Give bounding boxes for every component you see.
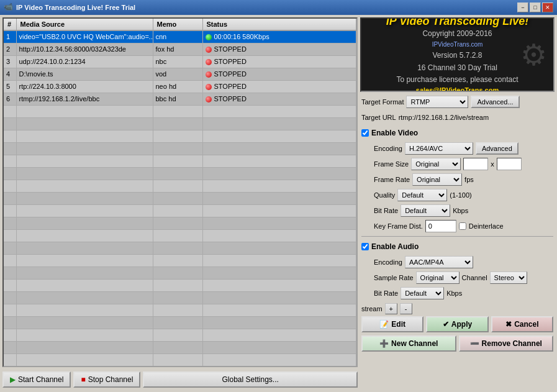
bottom-bar: ▶ Start Channel ■ Stop Channel Global Se… [2, 370, 358, 390]
audio-encoding-select[interactable]: AAC/MP4A [405, 256, 473, 268]
row-source: udp://224.10.0.2:1234 [16, 55, 153, 68]
logo-email: sales@IPVideoTrans.com [416, 86, 499, 92]
table-row-empty [4, 242, 356, 254]
enable-video-label[interactable]: Enable Video [361, 129, 418, 137]
row-num: 5 [4, 80, 16, 93]
stop-icon: ■ [81, 375, 85, 384]
deinterlace-label: Deinterlace [469, 222, 504, 230]
encoding-advanced-button[interactable]: Advanced [476, 142, 519, 155]
table-row-empty [4, 316, 356, 329]
row-status: STOPPED [202, 43, 356, 55]
stop-channel-button[interactable]: ■ Stop Channel [73, 371, 140, 388]
frame-rate-label: Frame Rate [374, 176, 410, 183]
audio-bitrate-label: Bit Rate [374, 289, 398, 297]
audio-bitrate-select[interactable]: Default [401, 287, 444, 299]
channel-table-container: # Media Source Memo Status 1video="USB2.… [2, 17, 358, 367]
table-row-empty [4, 217, 356, 229]
frame-height-input[interactable] [497, 158, 522, 170]
row-num: 3 [4, 55, 16, 68]
table-row-empty [4, 192, 356, 204]
row-memo: vod [153, 68, 202, 80]
frame-width-input[interactable] [463, 158, 488, 170]
table-row-empty [4, 229, 356, 242]
new-channel-button[interactable]: ➕ New Channel [361, 335, 456, 352]
video-encoding-select[interactable]: H.264/AVC [405, 142, 473, 155]
sample-rate-label: Sample Rate [374, 274, 414, 281]
col-memo: Memo [153, 19, 202, 30]
target-format-select[interactable]: RTMP [406, 96, 468, 108]
close-button[interactable]: ✕ [542, 2, 553, 12]
table-row-empty [4, 329, 356, 341]
row-status: STOPPED [202, 80, 356, 93]
apply-button[interactable]: ✔ Apply [426, 316, 488, 332]
global-settings-button[interactable]: Global Settings... [143, 371, 358, 388]
row-source: rtp://224.10.3:8000 [16, 80, 153, 93]
target-url-label: Target URL [361, 114, 396, 121]
table-row-empty [4, 291, 356, 304]
table-row-empty [4, 180, 356, 192]
logo-title: IP Video Transcoding Live! [386, 17, 528, 28]
audio-bitrate-row: Bit Rate Default Kbps [361, 286, 553, 300]
format-advanced-button[interactable]: Advanced... [471, 96, 519, 108]
row-memo: fox hd [153, 43, 202, 55]
audio-encoding-label: Encoding [374, 258, 402, 266]
stream-remove-button[interactable]: - [400, 303, 412, 314]
enable-audio-checkbox[interactable] [361, 243, 369, 250]
status-dot-icon [206, 84, 212, 90]
channel-select[interactable]: Stereo [490, 271, 527, 284]
table-row[interactable]: 6rtmp://192.168.1.2/live/bbcbbc hdSTOPPE… [4, 93, 356, 105]
window-title: IP Video Transcoding Live! Free Trial [16, 4, 517, 11]
enable-video-row: Enable Video [361, 126, 553, 140]
table-row[interactable]: 3udp://224.10.0.2:1234nbcSTOPPED [4, 55, 356, 68]
left-panel: # Media Source Memo Status 1video="USB2.… [2, 17, 358, 390]
bitrate-label: Bit Rate [374, 207, 398, 214]
edit-button[interactable]: 📝 Edit [361, 316, 423, 332]
status-dot-icon [206, 59, 212, 65]
minimize-button[interactable]: − [517, 2, 528, 12]
cancel-button[interactable]: ✖ Cancel [491, 316, 553, 332]
status-dot-icon [206, 47, 212, 53]
row-status: STOPPED [202, 55, 356, 68]
deinterlace-checkbox[interactable] [459, 222, 466, 230]
quality-range-label: (1-100) [450, 191, 471, 199]
row-memo: cnn [153, 30, 202, 43]
table-row-empty [4, 155, 356, 167]
status-dot-icon [206, 34, 212, 40]
sample-rate-select[interactable]: Original [416, 271, 460, 284]
frame-size-select[interactable]: Original [411, 158, 461, 170]
quality-select[interactable]: Default [397, 189, 447, 201]
table-row[interactable]: 5rtp://224.10.3:8000neo hdSTOPPED [4, 80, 356, 93]
target-url-value: rtmp://192.168.1.2/live/stream [399, 114, 489, 121]
start-channel-button[interactable]: ▶ Start Channel [2, 371, 71, 388]
table-row-empty [4, 130, 356, 142]
keyframe-input[interactable] [425, 220, 456, 232]
enable-video-checkbox[interactable] [361, 129, 369, 137]
table-row[interactable]: 4D:\movie.tsvodSTOPPED [4, 68, 356, 80]
stream-add-button[interactable]: + [385, 303, 397, 314]
remove-channel-button[interactable]: ➖ Remove Channel [459, 335, 554, 352]
table-row-empty [4, 366, 356, 367]
table-row-empty [4, 353, 356, 366]
status-dot-icon [206, 71, 212, 78]
table-row-empty [4, 105, 356, 117]
row-memo: bbc hd [153, 93, 202, 105]
minus-icon: ➖ [470, 339, 479, 348]
table-row-empty [4, 279, 356, 291]
row-source: D:\movie.ts [16, 68, 153, 80]
table-row-empty [4, 341, 356, 353]
sample-rate-row: Sample Rate Original Channel Stereo [361, 271, 553, 285]
table-row[interactable]: 2http://10.12.34.56:8000/032A323defox hd… [4, 43, 356, 55]
bitrate-unit-label: Kbps [453, 207, 468, 214]
play-icon: ▶ [10, 375, 16, 384]
frame-size-label: Frame Size [374, 160, 409, 168]
maximize-button[interactable]: □ [530, 2, 541, 12]
enable-audio-label[interactable]: Enable Audio [361, 242, 419, 251]
action-row: 📝 Edit ✔ Apply ✖ Cancel [361, 316, 553, 334]
row-num: 4 [4, 68, 16, 80]
row-num: 2 [4, 43, 16, 55]
section-divider [361, 236, 553, 237]
bitrate-select[interactable]: Default [401, 204, 450, 217]
frame-rate-select[interactable]: Original [412, 173, 462, 186]
table-row[interactable]: 1video="USB2.0 UVC HQ WebCam":audio=...c… [4, 30, 356, 43]
stream-label: stream [361, 305, 383, 312]
